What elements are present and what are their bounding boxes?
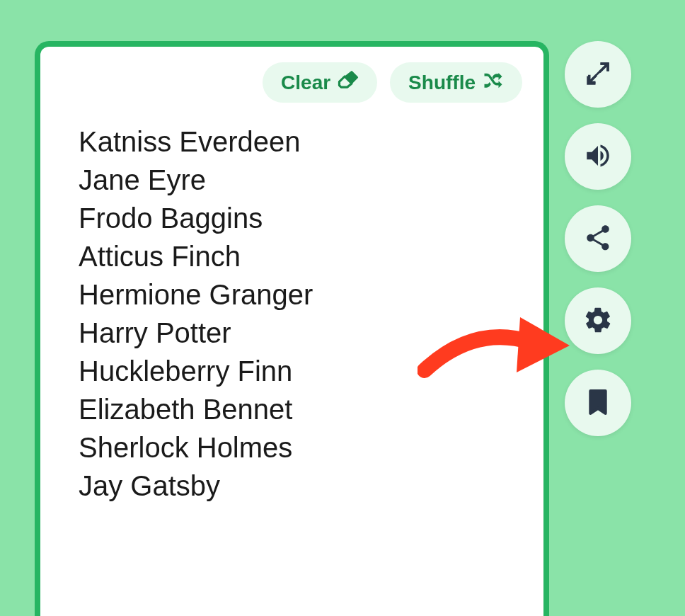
- panel-toolbar: Clear Shuffle: [62, 62, 522, 103]
- expand-icon: [583, 59, 613, 91]
- settings-button[interactable]: [565, 287, 631, 354]
- list-item: Hermione Granger: [79, 275, 522, 314]
- list-item: Jane Eyre: [79, 161, 522, 199]
- share-button[interactable]: [565, 205, 631, 272]
- list-item: Sherlock Holmes: [79, 428, 522, 467]
- sound-icon: [583, 141, 613, 173]
- list-item: Atticus Finch: [79, 237, 522, 275]
- shuffle-button[interactable]: Shuffle: [390, 62, 522, 103]
- list-item: Huckleberry Finn: [79, 352, 522, 390]
- list-item: Frodo Baggins: [79, 199, 522, 237]
- bookmark-button[interactable]: [565, 370, 631, 436]
- share-icon: [583, 223, 613, 255]
- bookmark-icon: [583, 387, 613, 419]
- side-toolbar: [565, 41, 631, 436]
- shuffle-icon: [483, 69, 504, 96]
- names-panel: Clear Shuffle Katniss Everdeen Jane Eyre…: [35, 41, 549, 616]
- clear-label: Clear: [281, 72, 330, 94]
- eraser-icon: [338, 69, 359, 96]
- list-item: Elizabeth Bennet: [79, 390, 522, 428]
- shuffle-label: Shuffle: [408, 72, 476, 94]
- expand-button[interactable]: [565, 41, 631, 108]
- clear-button[interactable]: Clear: [263, 62, 377, 103]
- list-item: Jay Gatsby: [79, 467, 522, 505]
- sound-button[interactable]: [565, 123, 631, 190]
- list-item: Harry Potter: [79, 314, 522, 352]
- list-item: Katniss Everdeen: [79, 122, 522, 161]
- names-list[interactable]: Katniss Everdeen Jane Eyre Frodo Baggins…: [62, 122, 522, 505]
- gear-icon: [583, 305, 613, 337]
